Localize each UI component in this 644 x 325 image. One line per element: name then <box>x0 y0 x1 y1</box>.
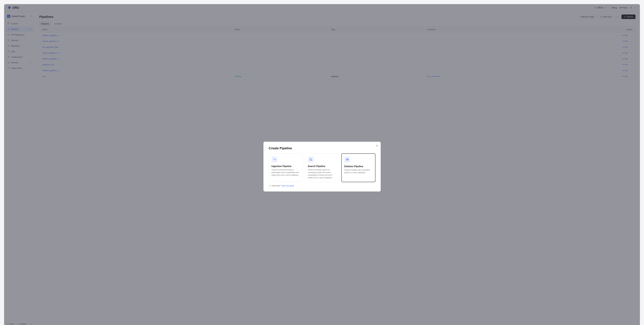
ingestion-icon <box>272 156 278 162</box>
search-icon <box>308 156 314 162</box>
user-guide-link[interactable]: View user guide. <box>282 185 294 187</box>
card-ingestion-pipeline[interactable]: Ingestion Pipeline Convert unstructured … <box>269 153 303 182</box>
help-prefix: Need help? <box>272 185 280 187</box>
card-desc: Purge all entities with a specified tag … <box>344 169 372 174</box>
card-search-pipeline[interactable]: Search Pipeline Perform semantic search … <box>305 153 339 182</box>
deletion-icon <box>344 157 350 162</box>
card-title: Ingestion Pipeline <box>272 165 300 168</box>
info-icon <box>269 185 271 187</box>
create-pipeline-modal: ✕ Create Pipeline Ingestion Pipeline Con… <box>264 142 381 192</box>
card-deletion-pipeline[interactable]: Deletion Pipeline Purge all entities wit… <box>342 153 376 182</box>
svg-rect-16 <box>346 160 348 160</box>
card-desc: Perform semantic search by converting a … <box>308 169 336 179</box>
card-title: Deletion Pipeline <box>344 165 372 168</box>
modal-title: Create Pipeline <box>269 146 376 150</box>
card-title: Search Pipeline <box>308 165 336 168</box>
card-desc: Convert unstructured data to searchable … <box>272 169 300 176</box>
help-text: Need help? View user guide. <box>269 185 376 187</box>
close-icon[interactable]: ✕ <box>376 144 378 147</box>
modal-overlay[interactable]: ✕ Create Pipeline Ingestion Pipeline Con… <box>4 4 640 325</box>
